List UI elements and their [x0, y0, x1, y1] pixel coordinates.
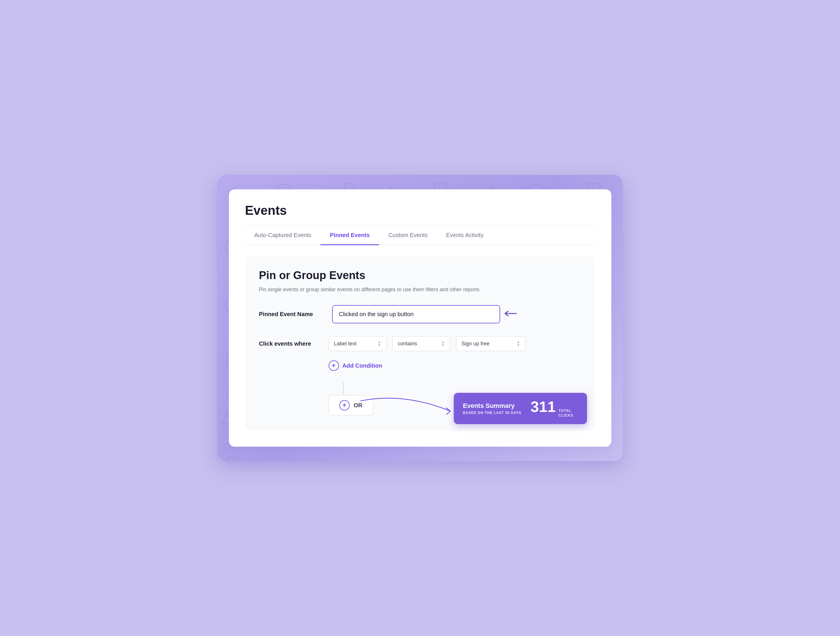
operator-select-value: contains [398, 341, 417, 347]
field-select-value: Label text [334, 341, 357, 347]
tab-activity[interactable]: Events Activity [437, 226, 493, 245]
field-select[interactable]: Label text ▲▼ [328, 336, 387, 351]
condition-label: Click events where [259, 340, 323, 347]
tabs-nav: Auto-Captured Events Pinned Events Custo… [245, 226, 595, 245]
outer-background: Events Auto-Captured Events Pinned Event… [217, 175, 623, 461]
events-summary-count-label: TOTALCLICKS [559, 409, 573, 418]
add-condition-row: + Add Condition [328, 361, 581, 371]
input-arrow-indicator [505, 310, 519, 319]
events-summary-subtitle: BASED ON THE LAST 30 DAYS [463, 411, 521, 415]
field-chevrons-icon: ▲▼ [378, 340, 381, 347]
tab-pinned[interactable]: Pinned Events [321, 226, 379, 245]
content-area: Pin or Group Events Pin single events or… [245, 257, 595, 430]
section-title: Pin or Group Events [259, 269, 581, 282]
add-condition-plus-icon: + [328, 361, 339, 371]
text-value-chevrons-icon: ▲▼ [517, 340, 520, 347]
pinned-event-name-row: Pinned Event Name [259, 305, 581, 323]
condition-row: Click events where Label text ▲▼ contain… [259, 336, 581, 351]
page-title: Events [245, 203, 595, 218]
section-description: Pin single events or group similar event… [259, 286, 581, 294]
events-summary-text-block: Events Summary BASED ON THE LAST 30 DAYS [463, 402, 521, 415]
text-value-select[interactable]: Sign up free ▲▼ [456, 336, 526, 351]
add-condition-label: Add Condition [343, 362, 382, 369]
pinned-event-name-input[interactable] [332, 305, 500, 323]
tab-auto-captured[interactable]: Auto-Captured Events [245, 226, 321, 245]
pinned-event-name-label: Pinned Event Name [259, 311, 323, 318]
or-button[interactable]: + OR [328, 395, 373, 416]
events-summary-tooltip: Events Summary BASED ON THE LAST 30 DAYS… [454, 393, 587, 424]
svg-point-12 [225, 456, 242, 461]
add-condition-button[interactable]: + Add Condition [328, 361, 382, 371]
or-button-label: OR [354, 402, 363, 409]
main-card: Events Auto-Captured Events Pinned Event… [229, 189, 611, 447]
events-summary-number: 311 [531, 399, 556, 414]
operator-select[interactable]: contains ▲▼ [392, 336, 450, 351]
or-plus-icon: + [339, 400, 350, 411]
events-summary-title: Events Summary [463, 402, 521, 409]
or-section-wrapper: + OR Events Summary BASED ON THE LAST 30… [328, 383, 581, 416]
pinned-event-input-wrapper [332, 305, 500, 323]
text-value-select-value: Sign up free [461, 341, 490, 347]
events-summary-count-block: 311 TOTALCLICKS [531, 399, 573, 418]
tab-custom[interactable]: Custom Events [379, 226, 437, 245]
vertical-line [343, 383, 344, 395]
operator-chevrons-icon: ▲▼ [442, 340, 445, 347]
